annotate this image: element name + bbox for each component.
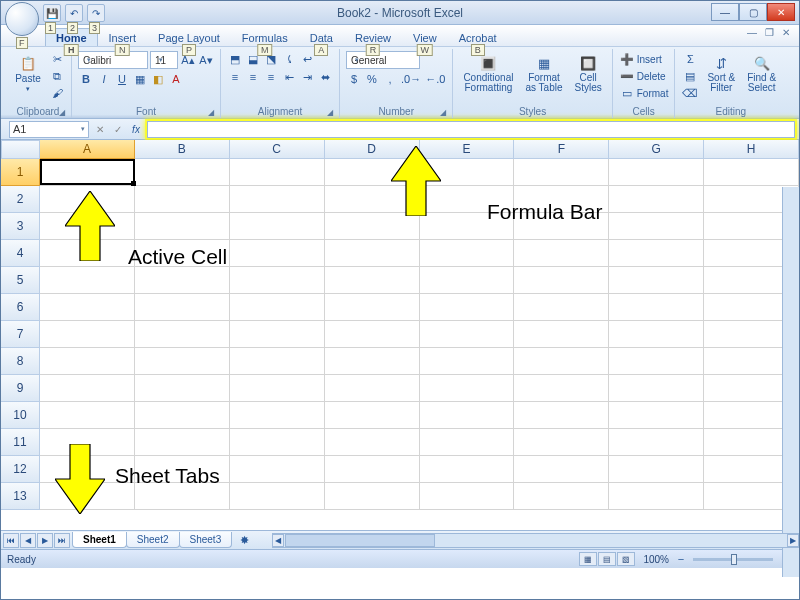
cells-area[interactable]: [40, 159, 799, 530]
cell[interactable]: [514, 348, 609, 375]
row-header[interactable]: 9: [1, 375, 40, 402]
zoom-level[interactable]: 100%: [643, 554, 669, 565]
cell[interactable]: [230, 483, 325, 510]
name-box[interactable]: A1▾: [9, 121, 89, 138]
cell[interactable]: [135, 348, 230, 375]
select-all-button[interactable]: [1, 140, 40, 159]
cell[interactable]: [230, 267, 325, 294]
cell[interactable]: [420, 186, 515, 213]
cell[interactable]: [420, 294, 515, 321]
tab-scroll-next-icon[interactable]: ▶: [37, 533, 53, 548]
cell[interactable]: [514, 483, 609, 510]
cell[interactable]: [420, 402, 515, 429]
tab-scroll-last-icon[interactable]: ⏭: [54, 533, 70, 548]
percent-icon[interactable]: %: [364, 71, 380, 87]
qat-save-icon[interactable]: 💾: [43, 4, 61, 22]
cell[interactable]: [514, 267, 609, 294]
cell[interactable]: [230, 456, 325, 483]
cell[interactable]: [514, 294, 609, 321]
cell[interactable]: [325, 348, 420, 375]
cell[interactable]: [230, 240, 325, 267]
align-right-icon[interactable]: ≡: [263, 69, 279, 85]
cell[interactable]: [40, 186, 135, 213]
cell[interactable]: [40, 348, 135, 375]
currency-icon[interactable]: $: [346, 71, 362, 87]
row-header[interactable]: 13: [1, 483, 40, 510]
cell[interactable]: [135, 267, 230, 294]
cell[interactable]: [420, 429, 515, 456]
cell[interactable]: [135, 321, 230, 348]
find-select-button[interactable]: 🔍Find & Select: [743, 51, 780, 96]
cell[interactable]: [325, 240, 420, 267]
cell[interactable]: [135, 402, 230, 429]
view-page-layout-icon[interactable]: ▤: [598, 552, 616, 566]
column-header[interactable]: F: [514, 140, 609, 159]
dialog-launcher-icon[interactable]: ◢: [327, 108, 333, 117]
horizontal-scrollbar[interactable]: ◀ ▶: [272, 533, 799, 548]
qat-redo-icon[interactable]: ↷: [87, 4, 105, 22]
cell[interactable]: [609, 186, 704, 213]
font-name-combo[interactable]: Calibri▾: [78, 51, 148, 69]
cell[interactable]: [40, 402, 135, 429]
wb-restore-icon[interactable]: ❐: [762, 27, 777, 38]
cell[interactable]: [325, 375, 420, 402]
close-button[interactable]: ✕: [767, 3, 795, 21]
row-header[interactable]: 6: [1, 294, 40, 321]
scroll-left-icon[interactable]: ◀: [272, 534, 284, 547]
fill-color-icon[interactable]: ◧: [150, 71, 166, 87]
borders-icon[interactable]: ▦: [132, 71, 148, 87]
column-header[interactable]: D: [325, 140, 420, 159]
cell[interactable]: [40, 321, 135, 348]
cell[interactable]: [514, 375, 609, 402]
insert-cells-icon[interactable]: ➕: [619, 51, 635, 67]
cell[interactable]: [135, 429, 230, 456]
cell[interactable]: [40, 267, 135, 294]
wrap-text-icon[interactable]: ↩: [299, 51, 315, 67]
cell[interactable]: [40, 456, 135, 483]
sheet-tab[interactable]: Sheet3: [179, 532, 233, 548]
cell[interactable]: [420, 159, 515, 186]
cell[interactable]: [609, 402, 704, 429]
view-normal-icon[interactable]: ▦: [579, 552, 597, 566]
paste-button[interactable]: 📋 Paste ▾: [11, 51, 45, 96]
copy-icon[interactable]: ⧉: [49, 68, 65, 84]
cell[interactable]: [230, 294, 325, 321]
column-header[interactable]: A: [40, 140, 135, 159]
cell[interactable]: [420, 348, 515, 375]
cell[interactable]: [325, 213, 420, 240]
column-header[interactable]: E: [420, 140, 515, 159]
column-header[interactable]: B: [135, 140, 230, 159]
tab-formulas[interactable]: FormulasM: [231, 28, 299, 46]
cell[interactable]: [420, 240, 515, 267]
cell[interactable]: [514, 159, 609, 186]
font-color-icon[interactable]: A: [168, 71, 184, 87]
cell[interactable]: [514, 429, 609, 456]
tab-review[interactable]: ReviewR: [344, 28, 402, 46]
cell[interactable]: [40, 213, 135, 240]
cell[interactable]: [135, 483, 230, 510]
wb-minimize-icon[interactable]: —: [744, 27, 760, 38]
cell[interactable]: [325, 159, 420, 186]
cut-icon[interactable]: ✂: [49, 51, 65, 67]
cell[interactable]: [40, 483, 135, 510]
qat-undo-icon[interactable]: ↶: [65, 4, 83, 22]
cell[interactable]: [420, 321, 515, 348]
cell[interactable]: [135, 240, 230, 267]
delete-cells-icon[interactable]: ➖: [619, 68, 635, 84]
sheet-tab[interactable]: Sheet1: [72, 532, 127, 548]
cell[interactable]: [609, 240, 704, 267]
sort-filter-button[interactable]: ⇵Sort & Filter: [703, 51, 739, 96]
scroll-right-icon[interactable]: ▶: [787, 534, 799, 547]
cell[interactable]: [325, 267, 420, 294]
enter-formula-icon[interactable]: ✓: [109, 121, 127, 138]
cell[interactable]: [325, 456, 420, 483]
format-as-table-button[interactable]: ▦Format as Table: [521, 51, 566, 96]
autosum-icon[interactable]: Σ: [681, 51, 699, 67]
format-cells-icon[interactable]: ▭: [619, 85, 635, 101]
cell[interactable]: [514, 213, 609, 240]
tab-insert[interactable]: InsertN: [98, 28, 148, 46]
maximize-button[interactable]: ▢: [739, 3, 767, 21]
row-header[interactable]: 7: [1, 321, 40, 348]
align-center-icon[interactable]: ≡: [245, 69, 261, 85]
format-painter-icon[interactable]: 🖌: [49, 85, 65, 101]
